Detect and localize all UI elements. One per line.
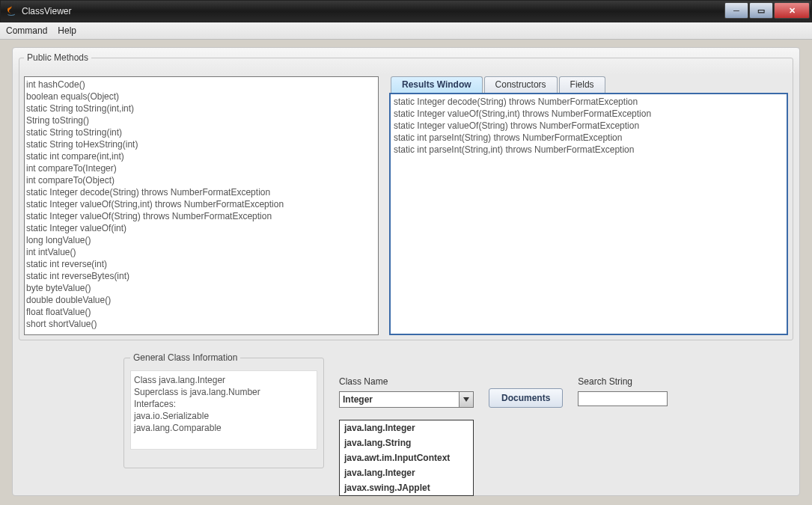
method-item[interactable]: static Integer decode(String) throws Num… bbox=[26, 186, 376, 198]
method-item[interactable]: int compareTo(Integer) bbox=[26, 162, 376, 174]
method-item[interactable]: boolean equals(Object) bbox=[26, 91, 376, 102]
method-item[interactable]: static int reverse(int) bbox=[26, 258, 376, 270]
class-name-label: Class Name bbox=[339, 376, 474, 387]
method-item[interactable]: static String toString(int) bbox=[26, 126, 376, 138]
method-item[interactable]: float floatValue() bbox=[26, 306, 376, 318]
results-window[interactable]: static Integer decode(String) throws Num… bbox=[389, 93, 788, 335]
result-item[interactable]: static int parseInt(String) throws Numbe… bbox=[394, 132, 784, 144]
search-group: Search String bbox=[578, 376, 675, 406]
result-item[interactable]: static Integer valueOf(String,int) throw… bbox=[394, 108, 784, 120]
result-item[interactable]: static Integer decode(String) throws Num… bbox=[394, 96, 784, 108]
method-item[interactable]: int intValue() bbox=[26, 246, 376, 258]
method-item[interactable]: static int compare(int,int) bbox=[26, 150, 376, 162]
dropdown-option[interactable]: java.lang.String bbox=[340, 435, 473, 450]
dropdown-arrow-icon[interactable] bbox=[459, 392, 473, 407]
general-class-info-legend: General Class Information bbox=[130, 352, 240, 363]
dropdown-option[interactable]: javax.swing.JApplet bbox=[340, 480, 473, 495]
method-item[interactable]: double doubleValue() bbox=[26, 294, 376, 306]
dropdown-option[interactable]: java.lang.Integer bbox=[340, 420, 473, 435]
minimize-button[interactable]: ─ bbox=[724, 2, 748, 19]
tab-bar: Results Window Constructors Fields bbox=[391, 76, 788, 93]
dropdown-option[interactable]: java.lang.Integer bbox=[340, 465, 473, 480]
right-pane: Results Window Constructors Fields stati… bbox=[389, 76, 788, 335]
window-title: ClassViewer bbox=[22, 6, 71, 16]
method-item[interactable]: int hashCode() bbox=[26, 79, 376, 91]
tab-fields[interactable]: Fields bbox=[559, 76, 605, 93]
method-item[interactable]: static String toHexString(int) bbox=[26, 138, 376, 150]
class-name-value: Integer bbox=[340, 394, 459, 405]
menu-bar: Command Help bbox=[0, 22, 812, 40]
search-input[interactable] bbox=[578, 391, 668, 406]
method-item[interactable]: short shortValue() bbox=[26, 318, 376, 330]
class-name-combo[interactable]: Integer bbox=[339, 391, 474, 408]
search-label: Search String bbox=[578, 376, 675, 387]
menu-command[interactable]: Command bbox=[6, 25, 47, 36]
method-item[interactable]: static String toString(int,int) bbox=[26, 102, 376, 114]
maximize-button[interactable]: ▭ bbox=[749, 2, 773, 19]
class-name-group: Class Name Integer java.lang.Integerjava… bbox=[339, 376, 474, 408]
general-class-info-group: General Class Information Class java.lan… bbox=[123, 352, 324, 468]
gci-line: java.lang.Comparable bbox=[134, 422, 314, 434]
tab-results-window[interactable]: Results Window bbox=[391, 76, 483, 93]
method-item[interactable]: long longValue() bbox=[26, 234, 376, 246]
method-item[interactable]: byte byteValue() bbox=[26, 282, 376, 294]
java-icon bbox=[5, 5, 17, 17]
main-panel: Public Methods int hashCode()boolean equ… bbox=[12, 47, 800, 496]
documents-button[interactable]: Documents bbox=[489, 388, 563, 408]
method-item[interactable]: String toString() bbox=[26, 114, 376, 126]
result-item[interactable]: static int parseInt(String,int) throws N… bbox=[394, 144, 784, 156]
public-methods-legend: Public Methods bbox=[24, 52, 91, 63]
title-bar: ClassViewer ─ ▭ ✕ bbox=[0, 0, 812, 22]
gci-line: Interfaces: bbox=[134, 398, 314, 410]
method-item[interactable]: int compareTo(Object) bbox=[26, 174, 376, 186]
method-item[interactable]: static Integer valueOf(String,int) throw… bbox=[26, 198, 376, 210]
gci-line: Class java.lang.Integer bbox=[134, 374, 314, 386]
public-methods-list[interactable]: int hashCode()boolean equals(Object)stat… bbox=[24, 76, 379, 335]
method-item[interactable]: static Integer valueOf(int) bbox=[26, 222, 376, 234]
class-name-dropdown[interactable]: java.lang.Integerjava.lang.Stringjava.aw… bbox=[339, 420, 474, 496]
gci-line: java.io.Serializable bbox=[134, 410, 314, 422]
method-item[interactable]: static int reverseBytes(int) bbox=[26, 270, 376, 282]
close-button[interactable]: ✕ bbox=[774, 2, 810, 19]
gci-line: Superclass is java.lang.Number bbox=[134, 386, 314, 398]
svg-marker-0 bbox=[463, 397, 469, 402]
result-item[interactable]: static Integer valueOf(String) throws Nu… bbox=[394, 120, 784, 132]
dropdown-option[interactable]: java.awt.im.InputContext bbox=[340, 450, 473, 465]
tab-constructors[interactable]: Constructors bbox=[484, 76, 558, 93]
public-methods-group: Public Methods int hashCode()boolean equ… bbox=[19, 52, 793, 340]
method-item[interactable]: static Integer valueOf(String) throws Nu… bbox=[26, 210, 376, 222]
general-class-info-text: Class java.lang.IntegerSuperclass is jav… bbox=[130, 370, 317, 450]
menu-help[interactable]: Help bbox=[58, 25, 76, 36]
